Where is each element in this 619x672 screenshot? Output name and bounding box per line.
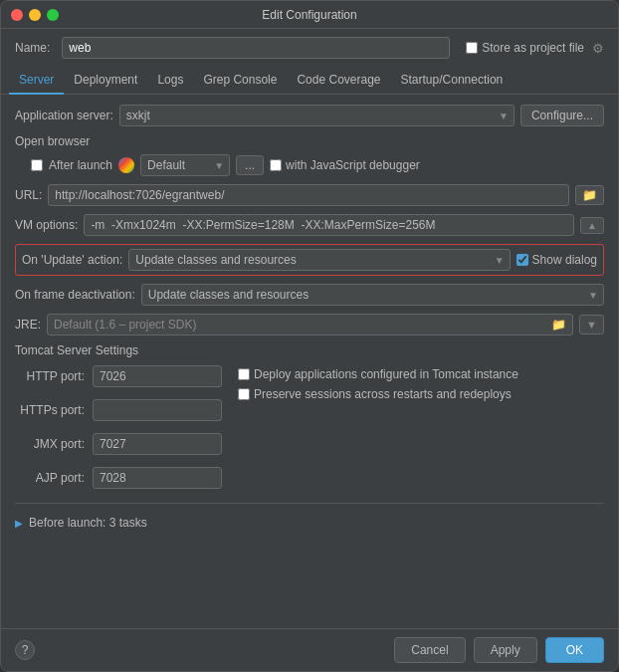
jre-row: JRE: Default (1.6 – project SDK) 📁 ▼ xyxy=(15,314,604,336)
http-port-label: HTTP port: xyxy=(15,369,85,383)
chrome-icon xyxy=(118,157,134,173)
dialog-title: Edit Configuration xyxy=(262,8,356,22)
frame-deactivation-row: On frame deactivation: Update classes an… xyxy=(15,284,604,306)
deploy-checkbox[interactable] xyxy=(238,368,250,380)
footer: ? Cancel Apply OK xyxy=(1,628,618,671)
before-launch-row: ▶ Before launch: 3 tasks xyxy=(15,512,604,534)
preserve-checkbox[interactable] xyxy=(238,388,250,400)
content-area: Application server: sxkjt ▼ Configure...… xyxy=(1,95,618,628)
before-launch-arrow[interactable]: ▶ xyxy=(15,518,23,529)
tomcat-title: Tomcat Server Settings xyxy=(15,343,604,357)
store-label-text: Store as project file xyxy=(482,41,584,55)
app-server-row: Application server: sxkjt ▼ Configure... xyxy=(15,105,604,126)
jre-input-wrapper: Default (1.6 – project SDK) 📁 xyxy=(47,314,573,336)
tab-logs[interactable]: Logs xyxy=(147,67,193,95)
url-input[interactable] xyxy=(48,184,569,206)
maximize-button[interactable] xyxy=(47,9,59,21)
divider xyxy=(15,503,604,504)
jmx-port-input[interactable] xyxy=(93,433,222,455)
https-port-input[interactable] xyxy=(93,399,222,421)
tab-server[interactable]: Server xyxy=(9,67,64,95)
window-controls xyxy=(11,9,59,21)
before-launch-label: Before launch: 3 tasks xyxy=(29,516,147,530)
titlebar: Edit Configuration xyxy=(1,1,618,29)
preserve-label: Preserve sessions across restarts and re… xyxy=(238,387,518,401)
browser-dots-button[interactable]: ... xyxy=(236,155,264,175)
browser-select[interactable]: Default xyxy=(140,154,230,176)
ajp-port-label: AJP port: xyxy=(15,471,85,485)
apply-button[interactable]: Apply xyxy=(474,637,537,663)
deploy-label: Deploy applications configured in Tomcat… xyxy=(238,367,518,381)
name-row: Name: Store as project file ⚙ xyxy=(1,29,618,67)
configure-button[interactable]: Configure... xyxy=(520,105,604,126)
ports-and-options: HTTP port: HTTPs port: JMX port: AJP por… xyxy=(15,365,604,495)
show-dialog-checkbox[interactable] xyxy=(516,254,528,266)
footer-left: ? xyxy=(15,640,35,660)
jre-folder-button[interactable]: 📁 xyxy=(551,318,566,332)
show-dialog-label: Show dialog xyxy=(516,253,597,267)
ajp-port-input[interactable] xyxy=(93,467,222,489)
update-action-select[interactable]: Update classes and resources Update reso… xyxy=(128,249,510,271)
browser-row: After launch Default ▼ ... with JavaScri… xyxy=(31,154,604,176)
store-label: Store as project file xyxy=(466,41,584,55)
tab-startup-connection[interactable]: Startup/Connection xyxy=(391,67,514,95)
tabs-row: Server Deployment Logs Grep Console Code… xyxy=(1,67,618,95)
tab-deployment[interactable]: Deployment xyxy=(64,67,147,95)
ports-column: HTTP port: HTTPs port: JMX port: AJP por… xyxy=(15,365,222,495)
jre-label: JRE: xyxy=(15,318,41,332)
help-button[interactable]: ? xyxy=(15,640,35,660)
vm-expand-button[interactable]: ▲ xyxy=(580,217,604,234)
js-debug-checkbox[interactable] xyxy=(270,159,282,171)
tab-code-coverage[interactable]: Code Coverage xyxy=(287,67,390,95)
app-server-select[interactable]: sxkjt xyxy=(119,105,515,126)
url-folder-button[interactable]: 📁 xyxy=(575,185,604,205)
update-action-select-wrapper: Update classes and resources Update reso… xyxy=(128,249,510,271)
vm-options-input[interactable] xyxy=(84,214,574,236)
ok-button[interactable]: OK xyxy=(545,637,604,663)
gear-icon[interactable]: ⚙ xyxy=(592,41,604,56)
http-port-row: HTTP port: xyxy=(15,365,222,387)
name-label: Name: xyxy=(15,41,50,55)
vm-options-label: VM options: xyxy=(15,218,78,232)
frame-deact-select[interactable]: Update classes and resources Update reso… xyxy=(141,284,604,306)
url-row: URL: 📁 xyxy=(15,184,604,206)
jmx-port-label: JMX port: xyxy=(15,437,85,451)
jre-dropdown-button[interactable]: ▼ xyxy=(579,315,604,335)
browser-select-wrapper: Default ▼ xyxy=(140,154,230,176)
store-checkbox[interactable] xyxy=(466,42,478,54)
js-debug-label: with JavaScript debugger xyxy=(270,158,420,172)
minimize-button[interactable] xyxy=(29,9,41,21)
vm-options-row: VM options: ▲ xyxy=(15,214,604,236)
app-server-select-wrapper: sxkjt ▼ xyxy=(119,105,515,126)
after-launch-checkbox[interactable] xyxy=(31,159,43,171)
jmx-port-row: JMX port: xyxy=(15,433,222,455)
after-launch-label: After launch xyxy=(49,158,112,172)
https-port-label: HTTPs port: xyxy=(15,403,85,417)
frame-deact-select-wrapper: Update classes and resources Update reso… xyxy=(141,284,604,306)
on-update-row: On 'Update' action: Update classes and r… xyxy=(15,244,604,276)
http-port-input[interactable] xyxy=(93,365,222,387)
edit-configuration-dialog: Edit Configuration Name: Store as projec… xyxy=(0,0,619,672)
ajp-port-row: AJP port: xyxy=(15,467,222,489)
name-input[interactable] xyxy=(62,37,450,59)
footer-right: Cancel Apply OK xyxy=(394,637,604,663)
app-server-label: Application server: xyxy=(15,109,113,122)
cancel-button[interactable]: Cancel xyxy=(394,637,465,663)
tab-grep-console[interactable]: Grep Console xyxy=(193,67,287,95)
frame-deact-label: On frame deactivation: xyxy=(15,288,135,302)
close-button[interactable] xyxy=(11,9,23,21)
deploy-options: Deploy applications configured in Tomcat… xyxy=(238,365,518,401)
jre-value: Default (1.6 – project SDK) xyxy=(54,318,547,332)
url-label: URL: xyxy=(15,188,42,202)
https-port-row: HTTPs port: xyxy=(15,399,222,421)
open-browser-section: Open browser xyxy=(15,134,604,148)
on-update-label: On 'Update' action: xyxy=(22,253,122,267)
